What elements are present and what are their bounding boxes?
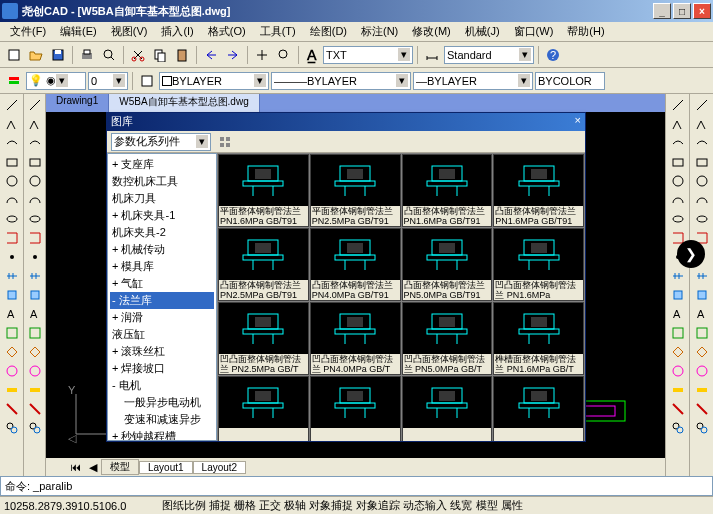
document-tab[interactable]: W5BA自卸车基本型总图.dwg	[109, 94, 259, 112]
tree-item[interactable]: + 模具库	[110, 258, 214, 275]
layer-props-button[interactable]	[4, 71, 24, 91]
tool-button[interactable]	[3, 134, 21, 152]
tool-button[interactable]	[3, 324, 21, 342]
tree-item[interactable]: + 机械传动	[110, 241, 214, 258]
document-tab[interactable]: Drawing1	[46, 94, 109, 112]
tool-button[interactable]	[26, 381, 44, 399]
tool-button[interactable]	[3, 267, 21, 285]
tool-button[interactable]	[26, 96, 44, 114]
tool-button[interactable]	[669, 172, 687, 190]
tree-item[interactable]: 变速和减速异步	[110, 411, 214, 428]
tool-button[interactable]	[26, 419, 44, 437]
menu-item[interactable]: 标注(N)	[355, 23, 404, 40]
linetype-combo[interactable]: ——— BYLAYER▾	[271, 72, 411, 90]
tool-button[interactable]	[669, 343, 687, 361]
tree-item[interactable]: + 支座库	[110, 156, 214, 173]
tool-button[interactable]	[669, 267, 687, 285]
tool-button[interactable]	[669, 362, 687, 380]
library-item[interactable]: 凹凸面整体钢制管法 兰 PN4.0MPa GB/T	[310, 302, 401, 375]
tool-button[interactable]	[3, 400, 21, 418]
menu-item[interactable]: 视图(V)	[105, 23, 154, 40]
new-button[interactable]	[4, 45, 24, 65]
menu-item[interactable]: 文件(F)	[4, 23, 52, 40]
menu-item[interactable]: 编辑(E)	[54, 23, 103, 40]
layout-tab[interactable]: 模型	[101, 459, 139, 475]
next-float-button[interactable]: ❯	[677, 240, 705, 268]
tool-button[interactable]	[669, 286, 687, 304]
menu-item[interactable]: 工具(T)	[254, 23, 302, 40]
tool-button[interactable]	[669, 400, 687, 418]
library-item[interactable]: 凸面整体钢制管法兰 PN4.0MPa GB/T91	[310, 228, 401, 301]
preview-button[interactable]	[99, 45, 119, 65]
tool-button[interactable]	[693, 381, 711, 399]
redo-button[interactable]	[223, 45, 243, 65]
tool-button[interactable]	[3, 419, 21, 437]
menu-item[interactable]: 修改(M)	[406, 23, 457, 40]
library-item[interactable]: 凸面整体钢制管法兰 PN1.6MPa GB/T91	[402, 154, 493, 227]
print-button[interactable]	[77, 45, 97, 65]
library-item[interactable]: 凹凸面整体钢制管法 兰 PN5.0MPa GB/T	[402, 302, 493, 375]
paste-button[interactable]	[172, 45, 192, 65]
library-item[interactable]: 凸面整体钢制管法兰 PN1.6MPa GB/T91	[493, 154, 584, 227]
maximize-button[interactable]: □	[673, 3, 691, 19]
tab-nav-first[interactable]: ⏮	[66, 461, 85, 473]
tool-button[interactable]	[26, 153, 44, 171]
tool-button[interactable]	[26, 286, 44, 304]
menu-item[interactable]: 格式(O)	[202, 23, 252, 40]
text-style-combo[interactable]: TXT▾	[323, 46, 413, 64]
library-item[interactable]: 凸面整体钢制管法兰 PN2.5MPa GB/T91	[218, 228, 309, 301]
library-item[interactable]	[402, 376, 493, 441]
tool-button[interactable]	[693, 362, 711, 380]
tool-button[interactable]	[3, 153, 21, 171]
lineweight-combo[interactable]: — BYLAYER▾	[413, 72, 533, 90]
library-item[interactable]	[493, 376, 584, 441]
dim-style-button[interactable]	[422, 45, 442, 65]
tool-button[interactable]	[693, 343, 711, 361]
zoom-button[interactable]	[274, 45, 294, 65]
tool-button[interactable]	[3, 381, 21, 399]
tool-button[interactable]: A	[669, 305, 687, 323]
library-item[interactable]: 凹凸面整体钢制管法 兰 PN2.5MPa GB/T	[218, 302, 309, 375]
tool-button[interactable]	[3, 115, 21, 133]
tool-button[interactable]	[669, 115, 687, 133]
tool-button[interactable]	[26, 210, 44, 228]
tool-button[interactable]	[693, 172, 711, 190]
tree-item[interactable]: 一般异步电动机	[110, 394, 214, 411]
bycolor-combo[interactable]: BYCOLOR	[535, 72, 605, 90]
tree-item[interactable]: + 气缸	[110, 275, 214, 292]
tool-button[interactable]	[26, 400, 44, 418]
help-button[interactable]: ?	[543, 45, 563, 65]
tool-button[interactable]	[693, 134, 711, 152]
tool-button[interactable]	[3, 248, 21, 266]
tree-item[interactable]: 液压缸	[110, 326, 214, 343]
tool-button[interactable]	[26, 267, 44, 285]
tool-button[interactable]	[669, 324, 687, 342]
menu-item[interactable]: 绘图(D)	[304, 23, 353, 40]
tool-button[interactable]	[693, 286, 711, 304]
layer-state-combo[interactable]: 💡 ◉▾	[26, 72, 86, 90]
library-item[interactable]: 平面整体钢制管法兰 PN2.5MPa GB/T91	[310, 154, 401, 227]
library-item[interactable]: 平面整体钢制管法兰 PN1.6MPa GB/T91	[218, 154, 309, 227]
tool-button[interactable]	[693, 153, 711, 171]
library-item[interactable]: 凹凸面整体钢制管法 兰 PN1.6MPa GB/T91	[493, 228, 584, 301]
tree-item[interactable]: + 润滑	[110, 309, 214, 326]
tool-button[interactable]	[669, 134, 687, 152]
tool-button[interactable]	[693, 400, 711, 418]
tool-button[interactable]	[26, 324, 44, 342]
tool-button[interactable]	[3, 96, 21, 114]
menu-item[interactable]: 帮助(H)	[561, 23, 610, 40]
tree-item[interactable]: + 滚珠丝杠	[110, 343, 214, 360]
tool-button[interactable]	[3, 286, 21, 304]
pan-button[interactable]	[252, 45, 272, 65]
tool-button[interactable]	[693, 115, 711, 133]
tab-nav-prev[interactable]: ◀	[85, 461, 101, 474]
tool-button[interactable]	[26, 172, 44, 190]
tool-button[interactable]	[693, 191, 711, 209]
tree-item[interactable]: + 机床夹具-1	[110, 207, 214, 224]
tool-button[interactable]	[693, 267, 711, 285]
tool-button[interactable]: A	[3, 305, 21, 323]
layout-tab[interactable]: Layout1	[139, 461, 193, 474]
library-item[interactable]	[218, 376, 309, 441]
tool-button[interactable]	[26, 134, 44, 152]
tool-button[interactable]	[3, 191, 21, 209]
